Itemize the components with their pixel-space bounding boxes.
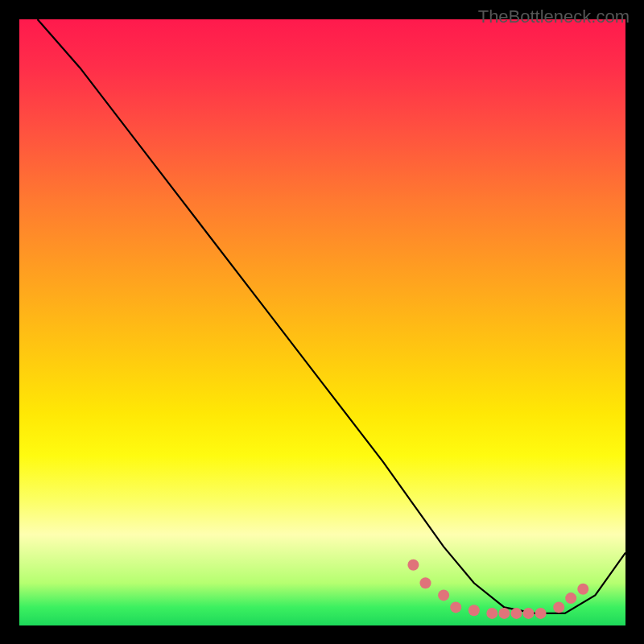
svg-point-12 <box>577 584 588 595</box>
chart-container: TheBottleneck.com <box>0 0 644 644</box>
svg-point-9 <box>535 608 547 619</box>
svg-point-0 <box>407 559 419 571</box>
svg-point-4 <box>469 605 480 616</box>
svg-point-2 <box>438 589 449 601</box>
svg-point-8 <box>523 608 535 619</box>
curve-line <box>38 19 625 613</box>
svg-point-7 <box>511 608 522 619</box>
chart-plot-area <box>19 19 625 625</box>
svg-point-3 <box>450 601 461 613</box>
svg-point-10 <box>553 601 564 613</box>
chart-svg <box>19 19 625 625</box>
svg-point-6 <box>498 608 510 619</box>
svg-point-1 <box>420 577 431 588</box>
svg-point-11 <box>565 592 576 604</box>
highlight-markers <box>407 559 588 619</box>
svg-point-5 <box>486 608 497 619</box>
watermark-text: TheBottleneck.com <box>478 6 630 27</box>
